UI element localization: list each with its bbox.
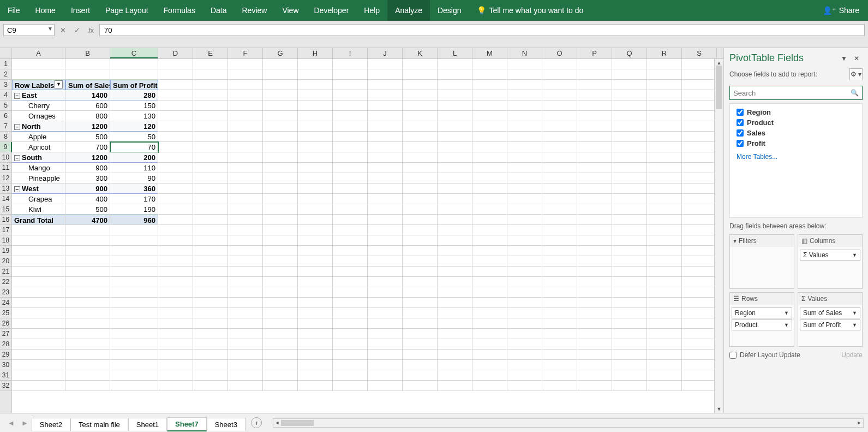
defer-checkbox[interactable] — [729, 352, 737, 359]
sheet-tab-test-main-file[interactable]: Test main file — [70, 418, 128, 431]
row-header-30[interactable]: 30 — [0, 360, 11, 370]
horizontal-scrollbar[interactable]: ◄► — [273, 418, 864, 428]
scroll-down-icon[interactable]: ▼ — [715, 405, 723, 413]
row-header-22[interactable]: 22 — [0, 277, 11, 287]
zone-item[interactable]: Σ Values▼ — [800, 250, 860, 261]
row-header-2[interactable]: 2 — [0, 69, 11, 80]
row-header-10[interactable]: 10 — [0, 152, 11, 163]
row-header-18[interactable]: 18 — [0, 235, 11, 246]
active-cell[interactable]: 70 — [110, 142, 158, 152]
col-header-Q[interactable]: Q — [612, 48, 647, 58]
filters-zone[interactable]: ▾Filters — [729, 234, 794, 289]
col-header-S[interactable]: S — [682, 48, 717, 58]
row-header-27[interactable]: 27 — [0, 329, 11, 339]
col-header-F[interactable]: F — [228, 48, 263, 58]
ribbon-tab-design[interactable]: Design — [430, 0, 469, 21]
row-header-17[interactable]: 17 — [0, 225, 11, 235]
scroll-thumb[interactable] — [281, 420, 314, 426]
row-header-8[interactable]: 8 — [0, 132, 11, 142]
col-header-I[interactable]: I — [333, 48, 368, 58]
search-input[interactable] — [733, 89, 851, 97]
add-sheet-button[interactable]: + — [251, 417, 262, 428]
col-header-N[interactable]: N — [507, 48, 542, 58]
pane-options-icon[interactable]: ▼ — [837, 55, 851, 62]
row-header-11[interactable]: 11 — [0, 163, 11, 173]
row-header-15[interactable]: 15 — [0, 204, 11, 215]
collapse-icon[interactable]: − — [14, 124, 20, 130]
update-button[interactable]: Update — [841, 351, 863, 359]
tab-nav-prev[interactable]: ◄ — [4, 419, 18, 427]
row-header-24[interactable]: 24 — [0, 298, 11, 308]
rows-zone[interactable]: ☰Rows Region▼Product▼ — [729, 292, 794, 347]
field-search[interactable]: 🔍 — [729, 86, 863, 100]
row-header-6[interactable]: 6 — [0, 111, 11, 121]
sheet-tab-sheet7[interactable]: Sheet7 — [167, 417, 207, 431]
zone-item[interactable]: Region▼ — [732, 307, 792, 318]
col-header-K[interactable]: K — [403, 48, 438, 58]
row-header-4[interactable]: 4 — [0, 90, 11, 100]
ribbon-tab-insert[interactable]: Insert — [63, 0, 98, 21]
more-tables-link[interactable]: More Tables... — [737, 153, 855, 161]
field-region[interactable]: Region — [737, 107, 855, 117]
row-header-14[interactable]: 14 — [0, 194, 11, 204]
share-button[interactable]: 👤⁺Share — [814, 6, 868, 15]
row-header-7[interactable]: 7 — [0, 121, 11, 132]
row-header-3[interactable]: 3 — [0, 80, 11, 90]
col-header-C[interactable]: C — [110, 48, 158, 58]
row-header-20[interactable]: 20 — [0, 256, 11, 267]
row-header-21[interactable]: 21 — [0, 267, 11, 277]
close-icon[interactable]: ✕ — [851, 55, 863, 62]
scroll-thumb[interactable] — [716, 66, 722, 109]
row-header-1[interactable]: 1 — [0, 59, 11, 69]
sheet-tab-sheet2[interactable]: Sheet2 — [32, 418, 70, 431]
ribbon-tab-formulas[interactable]: Formulas — [156, 0, 203, 21]
chevron-down-icon[interactable]: ▼ — [784, 310, 789, 316]
col-header-H[interactable]: H — [298, 48, 333, 58]
ribbon-tab-home[interactable]: Home — [28, 0, 63, 21]
filter-dropdown-icon[interactable]: ▼ — [55, 80, 63, 88]
row-header-19[interactable]: 19 — [0, 246, 11, 256]
col-header-G[interactable]: G — [263, 48, 298, 58]
name-box[interactable]: C9▼ — [3, 24, 55, 36]
sheet-tab-sheet3[interactable]: Sheet3 — [207, 418, 246, 431]
tell-me[interactable]: 💡Tell me what you want to do — [469, 6, 591, 15]
col-header-J[interactable]: J — [368, 48, 403, 58]
chevron-down-icon[interactable]: ▼ — [852, 322, 857, 328]
row-header-29[interactable]: 29 — [0, 350, 11, 360]
collapse-icon[interactable]: − — [14, 155, 20, 161]
row-header-13[interactable]: 13 — [0, 184, 11, 194]
spreadsheet-grid[interactable]: ABCDEFGHIJKLMNOPQRS 12345678910111213141… — [0, 48, 723, 413]
col-header-P[interactable]: P — [577, 48, 612, 58]
row-header-12[interactable]: 12 — [0, 173, 11, 184]
field-checkbox[interactable] — [737, 119, 744, 126]
field-checkbox[interactable] — [737, 129, 744, 137]
zone-item[interactable]: Sum of Sales▼ — [800, 307, 860, 318]
scroll-left-icon[interactable]: ◄ — [273, 419, 281, 427]
col-header-R[interactable]: R — [647, 48, 682, 58]
col-header-B[interactable]: B — [65, 48, 110, 58]
values-zone[interactable]: ΣValues Sum of Sales▼Sum of Profit▼ — [798, 292, 863, 347]
col-header-O[interactable]: O — [542, 48, 577, 58]
col-header-E[interactable]: E — [193, 48, 228, 58]
row-header-9[interactable]: 9 — [0, 142, 12, 152]
col-header-A[interactable]: A — [12, 48, 65, 58]
select-all-corner[interactable] — [0, 48, 12, 58]
row-header-16[interactable]: 16 — [0, 215, 11, 225]
chevron-down-icon[interactable]: ▼ — [852, 252, 857, 258]
formula-input[interactable]: 70 — [99, 24, 865, 36]
field-checkbox[interactable] — [737, 140, 744, 147]
vertical-scrollbar[interactable]: ▲ ▼ — [714, 59, 723, 413]
chevron-down-icon[interactable]: ▼ — [47, 26, 53, 32]
scroll-right-icon[interactable]: ► — [855, 419, 863, 427]
row-header-5[interactable]: 5 — [0, 100, 11, 111]
tab-nav-next[interactable]: ► — [18, 419, 32, 427]
row-header-26[interactable]: 26 — [0, 318, 11, 329]
col-header-D[interactable]: D — [158, 48, 193, 58]
ribbon-tab-data[interactable]: Data — [203, 0, 235, 21]
row-header-31[interactable]: 31 — [0, 370, 11, 381]
row-header-32[interactable]: 32 — [0, 381, 11, 391]
search-icon[interactable]: 🔍 — [851, 89, 859, 97]
row-header-23[interactable]: 23 — [0, 287, 11, 298]
ribbon-tab-review[interactable]: Review — [235, 0, 275, 21]
columns-zone[interactable]: ▥Columns Σ Values▼ — [798, 234, 863, 289]
